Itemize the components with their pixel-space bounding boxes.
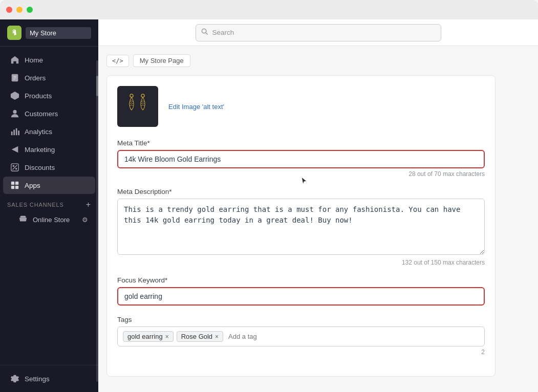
analytics-icon bbox=[10, 127, 19, 136]
meta-description-label: Meta Description* bbox=[117, 188, 485, 195]
scroll-thumb bbox=[96, 76, 98, 96]
discounts-icon bbox=[10, 163, 19, 172]
tags-label: Tags bbox=[117, 316, 485, 323]
focus-keyword-label: Focus Keyword* bbox=[117, 276, 485, 284]
focus-keyword-group: Focus Keyword* bbox=[117, 276, 485, 306]
sidebar-label-apps: Apps bbox=[25, 182, 40, 189]
tag-gold-earring-text: gold earring bbox=[127, 333, 163, 340]
sidebar: My Store Home Orders Products bbox=[0, 19, 98, 392]
sidebar-label-discounts: Discounts bbox=[25, 164, 55, 171]
search-placeholder: Search bbox=[212, 29, 234, 36]
app-shell: My Store Home Orders Products bbox=[0, 19, 538, 392]
close-button[interactable] bbox=[6, 7, 12, 13]
store-icon bbox=[18, 215, 28, 224]
breadcrumb-code-symbol: </> bbox=[106, 55, 129, 67]
svg-line-19 bbox=[206, 33, 208, 35]
tag-rose-gold-text: Rose Gold bbox=[181, 333, 212, 340]
svg-point-10 bbox=[15, 168, 17, 170]
settings-icon bbox=[10, 374, 19, 383]
form-card: Edit Image 'alt text' Meta Title* 28 out… bbox=[106, 75, 496, 377]
sidebar-label-analytics: Analytics bbox=[25, 128, 52, 136]
meta-description-group: Meta Description* This is a trendy gold … bbox=[117, 188, 485, 266]
meta-description-textarea[interactable]: This is a trendy gold earring that is a … bbox=[117, 199, 485, 255]
sidebar-item-discounts[interactable]: Discounts bbox=[3, 159, 95, 176]
breadcrumb-bar: </> My Store Page bbox=[106, 54, 530, 67]
top-bar: Search bbox=[98, 19, 538, 46]
svg-rect-16 bbox=[15, 186, 18, 189]
nav-items: Home Orders Products Customers bbox=[0, 47, 98, 365]
sidebar-label-orders: Orders bbox=[25, 74, 46, 82]
main-content: Search </> My Store Page bbox=[98, 19, 538, 392]
sidebar-item-settings[interactable]: Settings bbox=[3, 370, 95, 387]
store-name: My Store bbox=[26, 27, 91, 39]
tag-rose-gold: Rose Gold × bbox=[177, 331, 223, 342]
settings-label: Settings bbox=[25, 375, 50, 383]
svg-point-4 bbox=[13, 110, 16, 114]
product-image-icon bbox=[122, 91, 153, 122]
focus-keyword-input[interactable] bbox=[117, 287, 485, 306]
edit-alt-text-link[interactable]: Edit Image 'alt text' bbox=[168, 103, 224, 111]
sidebar-item-marketing[interactable]: Marketing bbox=[3, 141, 95, 158]
sidebar-item-online-store[interactable]: Online Store ⚙ bbox=[3, 211, 95, 228]
breadcrumb-page-name: My Store Page bbox=[133, 54, 190, 67]
svg-rect-15 bbox=[11, 186, 14, 189]
sidebar-label-products: Products bbox=[25, 92, 52, 100]
product-image bbox=[117, 86, 158, 127]
sidebar-item-analytics[interactable]: Analytics bbox=[3, 123, 95, 140]
search-bar[interactable]: Search bbox=[196, 24, 441, 41]
svg-rect-7 bbox=[16, 128, 17, 136]
maximize-button[interactable] bbox=[27, 7, 33, 13]
svg-point-9 bbox=[13, 165, 15, 167]
home-icon bbox=[10, 55, 19, 64]
image-section: Edit Image 'alt text' bbox=[117, 86, 485, 127]
svg-rect-6 bbox=[13, 129, 15, 135]
meta-title-char-count: 28 out of 70 max characters bbox=[117, 170, 485, 178]
svg-rect-14 bbox=[15, 182, 18, 185]
meta-title-label: Meta Title* bbox=[117, 139, 485, 147]
products-icon bbox=[10, 91, 19, 100]
tag-rose-gold-remove[interactable]: × bbox=[215, 334, 219, 340]
tag-gold-earring: gold earring × bbox=[123, 331, 174, 342]
sidebar-item-products[interactable]: Products bbox=[3, 87, 95, 104]
online-store-settings-icon[interactable]: ⚙ bbox=[82, 216, 88, 224]
titlebar bbox=[0, 0, 538, 19]
svg-rect-8 bbox=[18, 130, 19, 135]
sales-channels-section-label: SALES CHANNELS + bbox=[0, 194, 98, 211]
content-area: </> My Store Page bbox=[98, 46, 538, 385]
apps-icon bbox=[10, 181, 19, 190]
customers-icon bbox=[10, 109, 19, 118]
minimize-button[interactable] bbox=[16, 7, 23, 13]
sidebar-item-customers[interactable]: Customers bbox=[3, 105, 95, 122]
meta-title-input[interactable] bbox=[117, 150, 485, 168]
tags-count: 2 bbox=[117, 349, 485, 356]
sidebar-item-home[interactable]: Home bbox=[3, 51, 95, 69]
svg-rect-5 bbox=[11, 132, 13, 135]
sidebar-label-customers: Customers bbox=[25, 110, 58, 118]
tags-container: gold earring × Rose Gold × bbox=[117, 326, 485, 346]
sales-channels-label: SALES CHANNELS bbox=[7, 202, 64, 208]
svg-rect-13 bbox=[11, 182, 14, 185]
tag-add-input[interactable] bbox=[226, 332, 316, 341]
online-store-label: Online Store bbox=[33, 216, 70, 224]
sidebar-item-orders[interactable]: Orders bbox=[3, 69, 95, 86]
sales-channels-add-button[interactable]: + bbox=[86, 201, 91, 209]
sidebar-item-apps[interactable]: Apps bbox=[3, 177, 95, 194]
search-icon bbox=[201, 28, 208, 37]
shopify-logo-icon bbox=[10, 28, 19, 37]
svg-point-18 bbox=[202, 29, 206, 33]
sidebar-label-marketing: Marketing bbox=[25, 146, 55, 154]
sidebar-label-home: Home bbox=[25, 56, 43, 64]
sidebar-header: My Store bbox=[0, 19, 98, 47]
tags-group: Tags gold earring × Rose Gold × 2 bbox=[117, 316, 485, 356]
orders-icon bbox=[10, 73, 19, 82]
tag-gold-earring-remove[interactable]: × bbox=[165, 334, 169, 340]
meta-title-group: Meta Title* 28 out of 70 max characters bbox=[117, 139, 485, 178]
scroll-indicator bbox=[96, 60, 98, 382]
shopify-logo bbox=[7, 26, 21, 40]
online-store-left: Online Store bbox=[18, 215, 70, 224]
meta-description-char-count: 132 out of 150 max characters bbox=[117, 259, 485, 266]
marketing-icon bbox=[10, 145, 19, 154]
sidebar-footer: Settings bbox=[0, 365, 98, 392]
